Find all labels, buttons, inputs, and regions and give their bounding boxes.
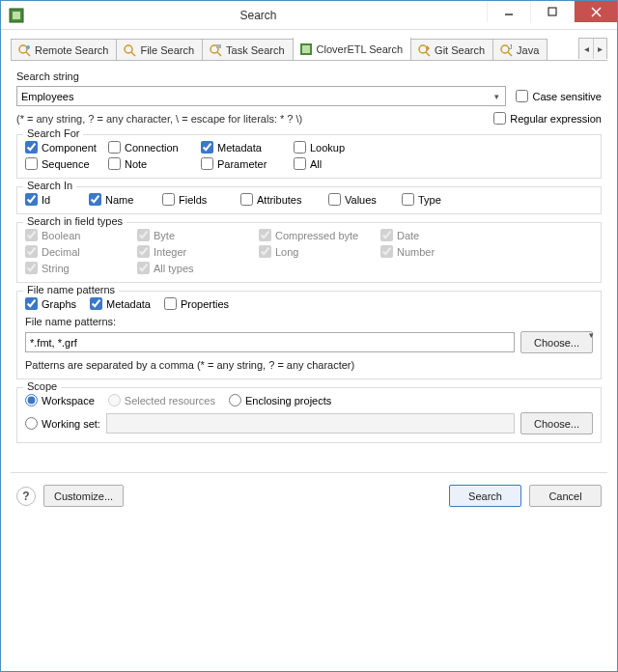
svg-line-10 — [131, 52, 135, 56]
minimize-button[interactable] — [487, 1, 530, 22]
filename-patterns-hint: Patterns are separated by a comma (* = a… — [25, 359, 593, 371]
svg-point-16 — [419, 45, 427, 53]
file-search-icon — [123, 43, 136, 57]
svg-point-6 — [19, 45, 27, 53]
scope-enclosing-projects-radio[interactable]: Enclosing projects — [229, 394, 331, 406]
tab-java-search[interactable]: J Java — [492, 39, 548, 60]
svg-line-19 — [508, 52, 512, 56]
checkbox-sequence[interactable]: Sequence — [25, 157, 102, 170]
patterns-properties-checkbox[interactable]: Properties — [164, 297, 229, 310]
filename-patterns-group: File name patterns Graphs Metadata Prope… — [16, 291, 602, 379]
tab-label: Remote Search — [35, 44, 108, 56]
remote-search-icon — [17, 43, 31, 57]
scope-selected-resources-radio: Selected resources — [108, 394, 215, 406]
svg-text:J: J — [509, 43, 513, 50]
svg-line-7 — [26, 52, 30, 56]
svg-line-12 — [217, 52, 221, 56]
tab-label: File Search — [140, 44, 194, 56]
cloveretl-icon — [299, 42, 313, 56]
checkbox-byte: Byte — [137, 229, 253, 241]
tab-scroll-left[interactable]: ◂ — [579, 39, 593, 59]
search-string-hint: (* = any string, ? = any character, \ = … — [16, 113, 493, 125]
filename-patterns-input[interactable] — [25, 332, 515, 352]
checkbox-parameter[interactable]: Parameter — [201, 157, 288, 170]
tab-label: Task Search — [226, 44, 285, 56]
scope-working-set-radio[interactable]: Working set: — [25, 417, 100, 430]
scope-workspace-radio[interactable]: Workspace — [25, 394, 95, 406]
svg-rect-3 — [548, 8, 556, 15]
svg-point-18 — [501, 45, 509, 53]
titlebar: Search — [1, 1, 617, 30]
checkbox-metadata[interactable]: Metadata — [201, 141, 288, 154]
task-search-icon — [209, 43, 222, 57]
checkbox-number: Number — [380, 245, 477, 258]
filename-patterns-label: File name patterns: — [25, 316, 593, 327]
field-types-group: Search in field types BooleanByteCompres… — [16, 222, 602, 283]
patterns-metadata-checkbox[interactable]: Metadata — [90, 297, 151, 310]
checkbox-note[interactable]: Note — [108, 157, 195, 170]
search-in-group: Search In IdNameFieldsAttributesValuesTy… — [16, 186, 602, 214]
tab-label: Java — [517, 44, 539, 56]
checkbox-all[interactable]: All — [294, 157, 371, 170]
tab-bar: Remote Search File Search Task Search Cl… — [11, 38, 607, 61]
patterns-choose-button[interactable]: Choose... — [520, 331, 593, 353]
patterns-graphs-checkbox[interactable]: Graphs — [25, 297, 76, 310]
checkbox-decimal: Decimal — [25, 245, 131, 258]
svg-rect-13 — [216, 44, 221, 48]
checkbox-connection[interactable]: Connection — [108, 141, 195, 154]
regex-checkbox[interactable]: Regular expression — [493, 112, 602, 125]
case-sensitive-checkbox[interactable]: Case sensitive — [516, 90, 602, 102]
checkbox-values[interactable]: Values — [328, 193, 396, 206]
close-button[interactable] — [574, 1, 617, 22]
checkbox-compressed-byte: Compressed byte — [259, 229, 375, 241]
regex-label: Regular expression — [510, 113, 602, 125]
customize-button[interactable]: Customize... — [43, 485, 124, 507]
checkbox-type[interactable]: Type — [402, 193, 460, 206]
tab-scroll-controls: ◂ ▸ — [578, 38, 607, 59]
svg-rect-15 — [302, 45, 310, 53]
svg-point-8 — [26, 45, 30, 49]
checkbox-string: String — [25, 262, 131, 274]
dialog-footer: ? Customize... Search Cancel — [11, 472, 607, 513]
tab-label: CloverETL Search — [317, 43, 403, 55]
checkbox-boolean: Boolean — [25, 229, 131, 241]
search-string-label: Search string — [16, 70, 602, 82]
tab-file-search[interactable]: File Search — [116, 39, 203, 60]
search-for-group: Search For ComponentConnectionMetadataLo… — [16, 134, 602, 179]
checkbox-all-types: All types — [137, 262, 253, 274]
tab-git-search[interactable]: Git Search — [410, 39, 493, 60]
svg-point-9 — [125, 45, 132, 53]
cancel-button[interactable]: Cancel — [529, 485, 602, 507]
checkbox-attributes[interactable]: Attributes — [240, 193, 323, 206]
scope-group: Scope Workspace Selected resources Enclo… — [16, 387, 602, 443]
java-search-icon: J — [499, 43, 513, 57]
tab-task-search[interactable]: Task Search — [202, 39, 294, 60]
checkbox-date: Date — [380, 229, 477, 241]
field-types-title: Search in field types — [23, 215, 126, 227]
search-button[interactable]: Search — [449, 485, 521, 507]
svg-line-17 — [426, 52, 430, 56]
working-set-input — [106, 413, 515, 434]
working-set-choose-button[interactable]: Choose... — [520, 412, 593, 434]
checkbox-lookup[interactable]: Lookup — [294, 141, 371, 154]
tab-cloveretl-search[interactable]: CloverETL Search — [293, 38, 411, 60]
checkbox-fields[interactable]: Fields — [162, 193, 235, 206]
scope-title: Scope — [23, 380, 61, 392]
maximize-button[interactable] — [530, 1, 574, 22]
svg-rect-1 — [13, 12, 20, 19]
checkbox-name[interactable]: Name — [89, 193, 156, 206]
app-icon — [3, 2, 30, 29]
filename-patterns-title: File name patterns — [23, 284, 119, 295]
case-sensitive-label: Case sensitive — [532, 91, 602, 102]
git-search-icon — [417, 43, 431, 57]
checkbox-component[interactable]: Component — [25, 141, 102, 154]
search-for-title: Search For — [23, 127, 83, 139]
window-title: Search — [30, 9, 487, 22]
search-in-title: Search In — [23, 180, 76, 191]
tab-scroll-right[interactable]: ▸ — [593, 39, 606, 59]
tab-remote-search[interactable]: Remote Search — [11, 39, 117, 60]
search-string-input[interactable] — [16, 86, 506, 106]
checkbox-long: Long — [259, 245, 375, 258]
checkbox-id[interactable]: Id — [25, 193, 83, 206]
help-icon[interactable]: ? — [16, 487, 36, 506]
